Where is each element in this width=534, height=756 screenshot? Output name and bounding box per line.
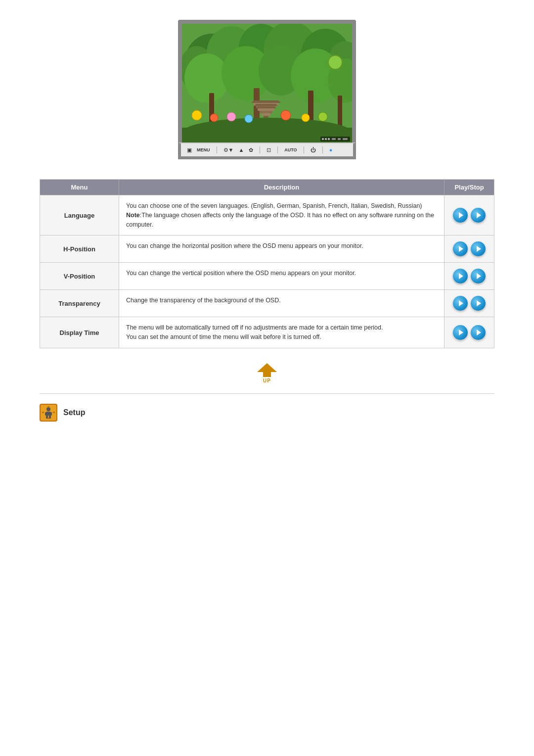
svg-rect-51 [53,412,55,413]
play-button-hposition-1[interactable] [453,241,468,256]
brightness-icon[interactable]: ✿ [249,147,253,153]
play-button-displaytime-2[interactable] [471,325,486,340]
up-arrow-stem [263,372,271,377]
playstop-display-time [445,317,494,348]
setup-icon-svg [41,405,56,420]
source-icon[interactable]: ⊡ [267,147,271,153]
playstop-vposition [445,263,494,289]
col-header-description: Description [119,180,445,195]
menu-item-transparency: Transparency [40,290,119,317]
svg-rect-50 [42,412,44,413]
ctrl-divider-5 [322,146,323,153]
table-row: Language You can choose one of the seven… [40,195,494,235]
ctrl-divider-2 [260,146,260,153]
playstop-transparency [445,290,494,317]
svg-point-29 [210,114,218,122]
menu-item-vposition: V-Position [40,263,119,289]
svg-rect-47 [49,412,52,416]
up-arrow-icon: UP [257,363,277,383]
col-header-menu: Menu [40,180,119,195]
svg-point-33 [302,114,310,122]
play-button-transparency-2[interactable] [471,296,486,311]
svg-rect-19 [258,108,274,111]
playstop-hposition [445,236,494,262]
play-button-transparency-1[interactable] [453,296,468,311]
table-header-row: Menu Description Play/Stop [40,180,494,195]
svg-rect-37 [322,138,324,140]
up-arrow-section: UP [40,363,494,383]
svg-rect-41 [338,138,341,140]
svg-rect-21 [262,113,270,116]
page-container: ▣ MENU ⚙▼ ▲ ✿ ⊡ AUTO ⏻ ● Menu Descriptio… [0,0,534,441]
desc-display-time: The menu will be automatically turned of… [119,317,445,348]
setup-section: Setup [40,404,494,422]
play-button-language-1[interactable] [453,208,468,223]
svg-rect-52 [47,406,49,408]
svg-marker-25 [256,106,276,108]
svg-point-30 [227,112,236,121]
monitor-frame [178,20,356,142]
menu-item-language: Language [40,195,119,235]
ctrl-divider-3 [277,146,278,153]
svg-rect-53 [47,418,49,419]
desc-language: You can choose one of the seven language… [119,195,445,235]
menu-label: MENU [197,147,210,152]
svg-point-32 [281,110,291,120]
desc-vposition: You can change the vertical position whe… [119,263,445,289]
note-bold: Note [126,212,140,219]
col-header-playstop: Play/Stop [445,180,494,195]
power-icon[interactable]: ⏻ [311,147,316,153]
play-button-displaytime-1[interactable] [453,325,468,340]
auto-label[interactable]: AUTO [284,147,297,152]
svg-rect-20 [260,111,272,113]
ctrl-divider-4 [304,146,304,153]
garden-scene [182,24,352,142]
setup-icon [40,404,57,422]
svg-marker-24 [254,104,278,106]
svg-point-35 [328,55,342,69]
section-divider [40,393,494,394]
up-label: UP [263,378,271,383]
svg-rect-39 [328,138,330,140]
svg-rect-16 [338,95,342,128]
osd-menu-table: Menu Description Play/Stop Language You … [40,179,494,348]
setup-label: Setup [63,408,85,417]
svg-point-31 [245,115,253,123]
play-button-vposition-1[interactable] [453,269,468,284]
svg-point-34 [318,112,327,121]
monitor-section: ▣ MENU ⚙▼ ▲ ✿ ⊡ AUTO ⏻ ● [40,20,494,159]
svg-rect-38 [325,138,327,140]
svg-rect-40 [332,138,336,140]
svg-point-44 [46,407,50,411]
table-row: Display Time The menu will be automatica… [40,317,494,348]
ctrl-divider-1 [217,146,217,153]
play-button-hposition-2[interactable] [471,241,486,256]
table-row: Transparency Change the transparency of … [40,289,494,317]
up-arrow-icon[interactable]: ▲ [238,147,244,153]
table-row: H-Position You can change the horizontal… [40,235,494,262]
svg-point-28 [192,110,202,120]
down-arrow-icon[interactable]: ⚙▼ [223,147,234,153]
up-arrow-triangle [257,363,277,372]
play-button-language-2[interactable] [471,208,486,223]
svg-rect-42 [343,138,348,140]
monitor-controls: ▣ MENU ⚙▼ ▲ ✿ ⊡ AUTO ⏻ ● [178,142,356,159]
menu-item-display-time: Display Time [40,317,119,348]
led-indicator: ● [329,147,333,153]
desc-hposition: You can change the horizontal position w… [119,236,445,262]
desc-transparency: Change the transparency of the backgroun… [119,290,445,317]
monitor-wrapper: ▣ MENU ⚙▼ ▲ ✿ ⊡ AUTO ⏻ ● [178,20,356,159]
menu-icon[interactable]: ▣ [187,147,192,153]
svg-rect-46 [45,412,47,416]
playstop-language [445,195,494,235]
play-button-vposition-2[interactable] [471,269,486,284]
menu-item-hposition: H-Position [40,236,119,262]
monitor-screen [182,24,352,142]
svg-marker-23 [251,100,281,103]
table-row: V-Position You can change the vertical p… [40,262,494,289]
